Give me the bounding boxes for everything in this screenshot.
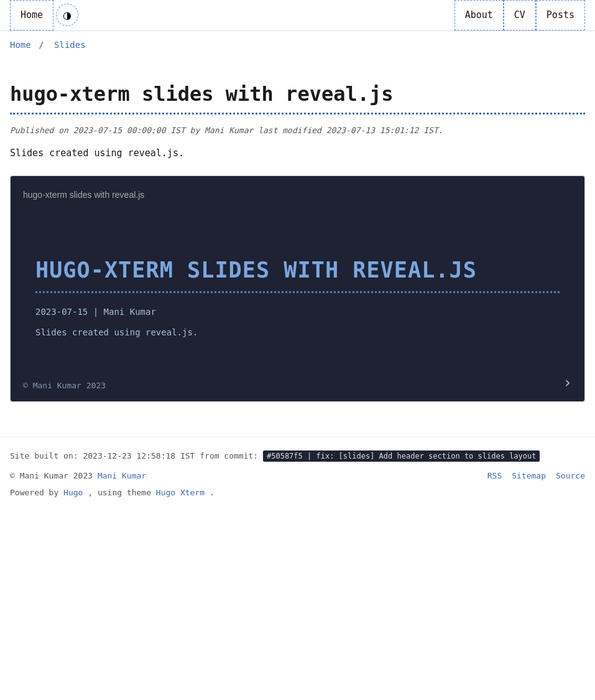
footer-bottom: Powered by Hugo , using theme Hugo Xterm… <box>10 487 585 499</box>
site-footer: Site built on: 2023-12-23 12:58:18 IST f… <box>0 437 595 511</box>
footer-source-link[interactable]: Source <box>556 470 585 482</box>
slide-meta: 2023-07-15 | Mani Kumar <box>35 306 560 319</box>
slide-footer: © Mani Kumar 2023 <box>23 380 106 392</box>
nav-right: About CV Posts <box>454 0 585 30</box>
footer-theme-link[interactable]: Hugo Xterm <box>156 488 205 497</box>
footer-links: RSS Sitemap Source <box>487 470 585 482</box>
nav-cv[interactable]: CV <box>504 0 536 30</box>
footer-build-prefix: Site built on: 2023-12-23 12:58:18 IST f… <box>10 451 258 460</box>
nav-left: Home ◑ <box>10 0 78 30</box>
footer-theme-prefix: , using theme <box>88 488 151 497</box>
footer-sitemap-link[interactable]: Sitemap <box>512 470 546 482</box>
footer-hugo-link[interactable]: Hugo <box>63 488 83 497</box>
footer-rss-link[interactable]: RSS <box>487 470 502 482</box>
slide-description: Slides created using reveal.js. <box>35 326 560 339</box>
footer-theme-suffix: . <box>210 488 214 497</box>
footer-commit-info: #50587f5 | fix: [slides] Add header sect… <box>263 450 540 462</box>
title-divider <box>10 113 585 114</box>
footer-author-link[interactable]: Mani Kumar <box>98 471 146 480</box>
slide-frame-title: hugo-xterm slides with reveal.js <box>23 189 572 202</box>
breadcrumb: Home / Slides <box>0 31 595 59</box>
slide-next-arrow[interactable]: › <box>563 371 572 394</box>
breadcrumb-separator: / <box>39 40 44 50</box>
slide-main-title: HUGO-XTERM SLIDES WITH REVEAL.JS <box>35 254 560 294</box>
footer-build-info: Site built on: 2023-12-23 12:58:18 IST f… <box>10 450 585 462</box>
slide-content: HUGO-XTERM SLIDES WITH REVEAL.JS 2023-07… <box>23 217 572 365</box>
footer-copyright-text: © Mani Kumar 2023 <box>10 471 93 480</box>
footer-powered-by-prefix: Powered by <box>10 488 58 497</box>
main-nav: Home ◑ About CV Posts <box>0 0 595 31</box>
page-title: hugo-xterm slides with reveal.js <box>10 79 585 109</box>
footer-middle: © Mani Kumar 2023 Mani Kumar RSS Sitemap… <box>10 470 585 482</box>
nav-posts[interactable]: Posts <box>536 0 585 30</box>
article-description: Slides created using reveal.js. <box>10 146 585 161</box>
main-content: hugo-xterm slides with reveal.js Publish… <box>0 59 595 437</box>
slide-frame: hugo-xterm slides with reveal.js HUGO-XT… <box>10 175 585 403</box>
breadcrumb-current: Slides <box>54 40 86 50</box>
article-meta: Published on 2023-07-15 00:00:00 IST by … <box>10 124 585 137</box>
footer-copyright: © Mani Kumar 2023 Mani Kumar <box>10 470 146 482</box>
breadcrumb-home[interactable]: Home <box>10 40 31 50</box>
nav-about[interactable]: About <box>454 0 504 30</box>
nav-home[interactable]: Home <box>10 0 53 30</box>
theme-toggle-button[interactable]: ◑ <box>56 4 78 26</box>
